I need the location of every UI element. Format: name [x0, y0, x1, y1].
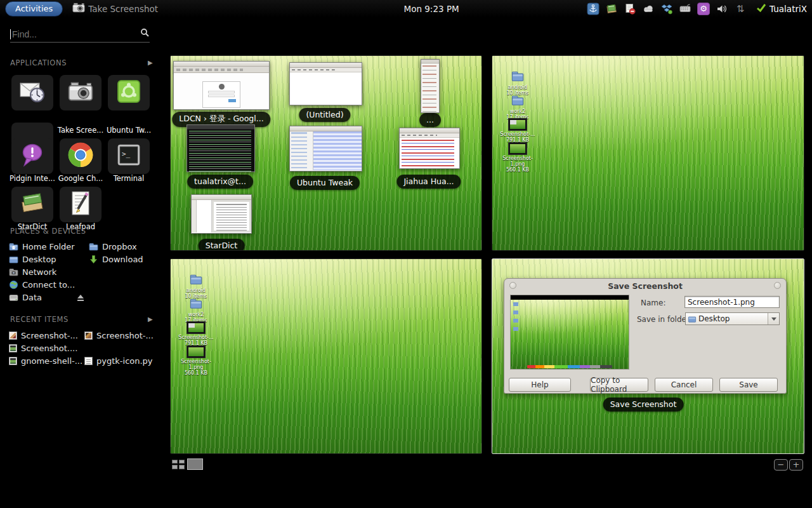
window-label: ... — [419, 113, 441, 127]
workspace-view-toggles — [171, 458, 203, 470]
window-stardict[interactable] — [191, 194, 252, 234]
image-file-icon — [9, 331, 17, 340]
recent-item[interactable]: Screenshot-... — [9, 331, 78, 340]
leafpad-icon — [67, 189, 95, 220]
place-data[interactable]: Data — [9, 293, 42, 302]
cancel-button: Cancel — [655, 378, 713, 392]
stardict-tray-icon[interactable] — [605, 3, 618, 15]
cloud-icon[interactable] — [642, 3, 655, 15]
window-save-screenshot-dialog[interactable]: Save Screenshot Name: Screenshot-1.png S… — [504, 278, 787, 394]
search-icon[interactable] — [140, 28, 150, 40]
save-button: Save — [719, 378, 778, 392]
place-desktop[interactable]: Desktop — [9, 255, 56, 264]
app-label: Ubuntu Tw... — [105, 126, 153, 135]
copy-to-clipboard-button: Copy to Clipboard — [590, 378, 648, 392]
applications-expand-icon[interactable]: ▶ — [148, 59, 153, 66]
workspace-2[interactable]: android10 items work217 items Screenshot… — [492, 55, 804, 251]
window-ubuntu-tweak[interactable] — [289, 126, 362, 171]
window-terminal[interactable] — [187, 124, 255, 172]
window-buddy-list[interactable] — [421, 59, 440, 113]
activities-button[interactable]: Activities — [5, 1, 63, 17]
image-file-icon — [9, 344, 17, 352]
add-workspace-button[interactable]: + — [789, 459, 803, 471]
place-dropbox[interactable]: Dropbox — [89, 242, 137, 251]
dock-preview — [527, 365, 612, 368]
recent-expand-icon[interactable]: ▶ — [148, 316, 153, 323]
wordpress-logo — [219, 84, 225, 90]
places-header: PLACES & DEVICES — [10, 227, 86, 236]
help-button: Help — [509, 378, 571, 392]
app-tile-ubuntu-tweak[interactable] — [108, 75, 150, 110]
dropbox-icon[interactable] — [660, 3, 673, 15]
terminal-icon: >_ — [115, 141, 143, 171]
save-in-folder-label: Save in folder: — [637, 315, 692, 324]
name-label: Name: — [641, 298, 665, 307]
drive-icon — [9, 293, 18, 302]
network-folder-icon — [9, 267, 18, 277]
recent-item[interactable]: Screenshot-... — [84, 331, 154, 340]
recent-item[interactable]: pygtk-icon.py — [84, 356, 153, 366]
image-file-icon — [9, 357, 17, 365]
app-tile-take-screenshot[interactable] — [60, 75, 102, 110]
top-bar: Activities Take Screenshot Mon 9:23 PM — [0, 0, 812, 17]
window-chat[interactable] — [399, 128, 460, 169]
workspace-4[interactable]: Save Screenshot Name: Screenshot-1.png S… — [492, 258, 804, 454]
volume-icon[interactable] — [716, 3, 728, 15]
recent-header: RECENT ITEMS — [10, 315, 69, 324]
keyboard-icon[interactable] — [679, 3, 691, 15]
workspace-1[interactable]: LDCN › 登录 - Googl... (Untitled) ... tual… — [170, 55, 482, 251]
place-download[interactable]: Download — [89, 255, 143, 264]
home-folder-icon — [9, 242, 18, 251]
clock[interactable]: Mon 9:23 PM — [404, 4, 459, 14]
window-label: (Untitled) — [299, 108, 350, 122]
app-label: Pidgin Inte... — [8, 174, 56, 183]
window-untitled-editor[interactable] — [289, 62, 362, 105]
place-home-folder[interactable]: Home Folder — [9, 242, 75, 251]
window-label: Jiahua Hua... — [396, 175, 461, 189]
browser-toolbar — [174, 67, 269, 73]
overview-sidebar: APPLICATIONS ▶ Evolution Take Scree... — [0, 17, 165, 508]
app-tile-terminal[interactable]: >_ — [108, 138, 150, 174]
search-input[interactable] — [11, 29, 140, 39]
recent-item[interactable]: gnome-shell-... — [9, 356, 82, 366]
folder-icon — [188, 297, 204, 310]
grid-view-button[interactable] — [171, 459, 185, 470]
globe-icon — [9, 280, 18, 290]
app-tile-chrome[interactable] — [60, 138, 102, 174]
sticky-note-icon[interactable] — [624, 3, 636, 15]
download-arrow-icon — [89, 255, 98, 264]
place-network[interactable]: Network — [9, 267, 56, 277]
workspace-3[interactable]: android10 items work217 items Screenshot… — [170, 258, 482, 454]
app-label: Google Ch... — [56, 174, 105, 183]
desktop-icon-folder: work217 items — [174, 297, 218, 323]
remove-workspace-button[interactable]: − — [774, 459, 788, 471]
screenshot-thumb-icon — [508, 142, 527, 155]
window-label: StarDict — [199, 239, 245, 251]
ubuntu-tweak-gear-icon[interactable]: ⚙ — [697, 3, 710, 15]
user-menu[interactable]: TualatriX — [756, 3, 807, 14]
status-check-icon — [756, 3, 766, 14]
app-tile-evolution[interactable] — [11, 75, 53, 110]
window-browser[interactable] — [173, 61, 270, 110]
anchor-icon[interactable] — [587, 3, 599, 15]
window-label: Ubuntu Tweak — [290, 176, 360, 190]
app-tile-pidgin[interactable] — [11, 138, 53, 174]
text-file-icon — [84, 357, 93, 365]
single-view-button[interactable] — [187, 458, 203, 470]
gnome-shell-overview: Activities Take Screenshot Mon 9:23 PM — [0, 0, 812, 508]
stardict-icon — [18, 189, 46, 220]
place-connect-to[interactable]: Connect to... — [9, 280, 75, 290]
app-tile-leafpad[interactable] — [60, 187, 102, 222]
search-box — [10, 26, 150, 43]
browser-page — [174, 73, 269, 109]
recent-item[interactable]: Screenshot.... — [9, 344, 77, 353]
name-input: Screenshot-1.png — [684, 296, 780, 308]
screenshot-thumb-icon — [187, 321, 206, 334]
folder-combobox: Desktop — [685, 312, 780, 325]
wordpress-login-box — [202, 81, 240, 108]
eject-icon[interactable] — [76, 295, 85, 301]
dialog-title: Save Screenshot — [504, 281, 786, 291]
app-tile-stardict[interactable] — [11, 187, 53, 222]
focused-app-menu[interactable]: Take Screenshot — [72, 1, 158, 17]
network-arrows-icon[interactable]: ⇅ — [734, 3, 747, 15]
